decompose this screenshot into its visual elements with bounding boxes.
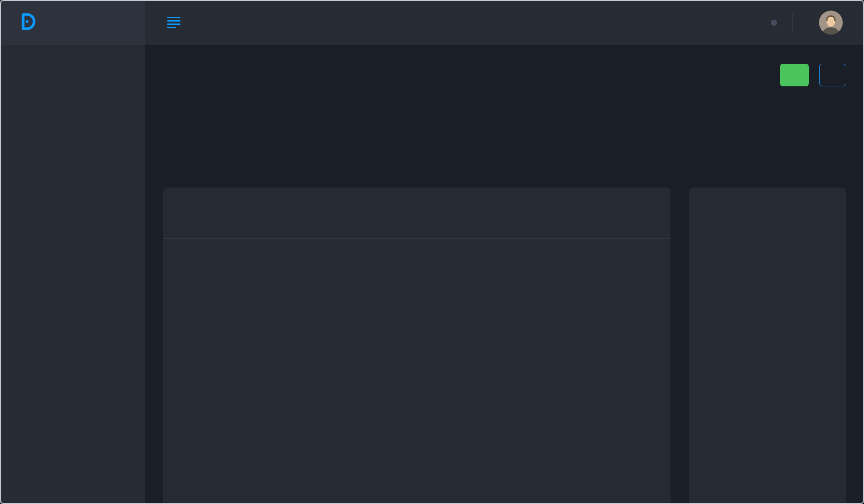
page-actions [780, 64, 846, 86]
employee-statistics-bar-chart [163, 239, 671, 504]
payday-logo-icon [17, 12, 37, 34]
user-menu[interactable] [811, 11, 843, 35]
main-content [145, 45, 864, 504]
sidebar-toggle-icon[interactable] [166, 14, 181, 31]
avatar[interactable] [819, 11, 843, 35]
panel-divider [689, 253, 846, 253]
header-divider [792, 12, 793, 33]
stat-cards-row [163, 98, 846, 168]
notification-badge [771, 20, 777, 26]
app-window [0, 0, 864, 504]
on-working-today-donut-chart [696, 281, 837, 422]
donut-hole [728, 312, 805, 390]
sidebar-nav [0, 45, 145, 504]
top-bar-main [145, 0, 864, 45]
on-working-today-panel [689, 188, 846, 504]
view-as-employee-button[interactable] [819, 64, 846, 86]
top-actions [720, 11, 843, 35]
chart-panel-header [163, 188, 671, 238]
punch-in-button[interactable] [780, 64, 809, 86]
top-bar [0, 0, 864, 45]
payday-logo[interactable] [0, 0, 145, 45]
employee-statistics-panel [163, 188, 671, 504]
